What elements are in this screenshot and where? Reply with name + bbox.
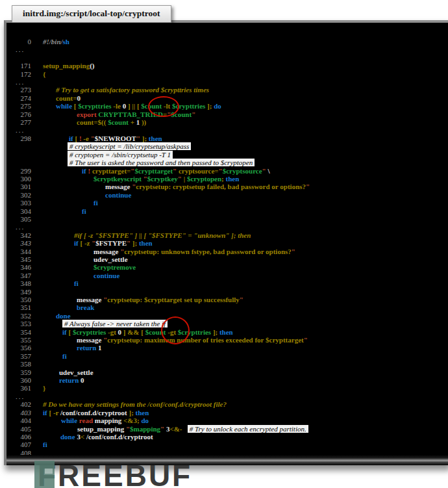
code-text: $cryptkeyscript "$cryptkey" | $cryptopen… (38, 175, 448, 183)
line-number: 302 (6, 191, 38, 199)
watermark-text: FREEBUF (38, 458, 192, 488)
code-token: then (149, 135, 162, 142)
code-token: then (219, 328, 233, 336)
code-line: 347continue (6, 272, 448, 279)
code-token: cryptsetup: unknown fstype, bad password… (124, 248, 291, 255)
code-token: fi (82, 207, 86, 215)
code-text: if ! crypttarget="$crypttarget" cryptsou… (38, 167, 448, 175)
code-text: fi (38, 441, 448, 448)
code-text: fi (38, 279, 448, 287)
code-text: setup_mapping "$mapping" 3<&- # Try to u… (38, 425, 448, 433)
line-number: 404 (6, 417, 38, 424)
line-number: 304 (6, 207, 38, 215)
code-line (6, 54, 448, 62)
code-text: fi (38, 199, 448, 207)
line-number (6, 159, 38, 166)
code-line: 356return 1 (6, 344, 448, 352)
ellipsis-separator: ... (6, 78, 38, 86)
code-token: break (77, 303, 94, 311)
code-line: # The user is asked the password and the… (6, 159, 448, 166)
watermark-logo-icon (34, 461, 55, 488)
code-token: done (56, 312, 71, 320)
code-token: ]; (127, 409, 136, 417)
line-number: 350 (6, 296, 38, 303)
code-text: break (38, 303, 448, 311)
code-text (38, 78, 448, 86)
code-text: while read mapping <&3; do (38, 417, 448, 424)
code-token: " (192, 110, 195, 118)
line-number: 298 (6, 135, 38, 142)
code-token: fi (93, 199, 98, 207)
line-number: 361 (6, 384, 38, 392)
line-number: 171 (6, 62, 38, 70)
code-token: ] || [ (126, 102, 141, 110)
code-line: 273# Try to get a satisfactory password … (6, 86, 448, 94)
code-token: 1 (98, 344, 102, 352)
code-line: 402# Do we have any settings from the /c… (6, 400, 448, 408)
code-token: " (292, 248, 295, 255)
code-token: $cryptkey (147, 175, 178, 183)
line-number: 305 (6, 215, 38, 223)
code-token: $crypttarget (134, 167, 173, 175)
code-text (38, 45, 448, 53)
window-title: initrd.img:/script/local-top/cryptroot (23, 8, 160, 18)
code-token: return (59, 376, 81, 384)
code-token: $cryptkeyscript (93, 175, 142, 183)
code-panel[interactable]: 0#!/bin/sh... 171setup_mapping()172{...2… (4, 20, 448, 465)
code-text: udev_settle (38, 368, 448, 376)
annotation-circle-1 (148, 96, 179, 117)
code-line: 354if [ $crypttries -gt 0 ] && [ $count … (6, 328, 448, 336)
line-number: 276 (6, 110, 38, 118)
line-number: 403 (6, 409, 38, 417)
code-text: if [ ! -e "$NEWROOT" ]; then (38, 135, 448, 142)
code-token: <&3; (123, 417, 141, 424)
ellipsis-separator: ... (6, 126, 38, 134)
code-token: \ (266, 167, 270, 175)
code-token: [ -r (49, 409, 60, 417)
code-line: 343if [ -z "$FSTYPE" ]; then (6, 239, 448, 247)
code-line: 360return 0 (6, 376, 448, 384)
line-number (6, 151, 38, 159)
code-token: $crypttries (78, 102, 111, 110)
code-token: 0 (77, 94, 81, 102)
line-number: 352 (6, 312, 38, 320)
code-text: # Always false -> never taken the if (38, 320, 448, 327)
code-token: -le (112, 102, 123, 110)
code-line: 172{ (6, 70, 448, 78)
code-text: { (38, 70, 448, 78)
code-token: read (79, 417, 95, 424)
code-text: continue (38, 191, 448, 199)
code-token: $crypttries (73, 328, 106, 336)
line-number: 300 (6, 175, 38, 183)
code-token: fi (43, 441, 47, 448)
code-token: () (90, 62, 94, 70)
code-line: # cryptkeyscript = /lib/cryptsetup/askpa… (6, 142, 448, 150)
code-token: $mapping (130, 425, 160, 433)
line-number: 406 (6, 433, 38, 441)
code-token: then (136, 409, 149, 417)
code-line: 171setup_mapping() (6, 62, 448, 70)
code-text: } (38, 384, 448, 392)
code-line: 275while [ $crypttries -le 0 ] || [ $cou… (6, 102, 448, 110)
code-token: #!/bin/ (43, 38, 63, 45)
code-text (38, 215, 448, 223)
code-text: # Try to get a satisfactory password $cr… (38, 86, 448, 94)
code-token: ]; (211, 328, 219, 336)
code-token: continue (93, 272, 119, 279)
code-text: message "cryptsetup: cryptsetup failed, … (38, 183, 448, 190)
code-token: )) (140, 118, 146, 126)
code-token: ]; (140, 135, 149, 142)
code-token: udev_settle (93, 255, 128, 263)
code-token: export (77, 110, 98, 118)
code-token: message (93, 248, 120, 255)
line-number: 345 (6, 255, 38, 263)
code-token: done (60, 433, 77, 441)
code-line: 348fi (6, 279, 448, 287)
code-text (38, 392, 448, 400)
code-line: 302continue (6, 191, 448, 199)
line-number: 359 (6, 368, 38, 376)
code-line: 277count=$(( $count + 1 )) (6, 118, 448, 126)
code-text: # cryptkeyscript = /lib/cryptsetup/askpa… (38, 142, 448, 150)
code-token: #if [ -z "$FSTYPE" ] || [ "$FSTYPE" = "u… (74, 231, 251, 239)
code-line: 359udev_settle (6, 368, 448, 376)
